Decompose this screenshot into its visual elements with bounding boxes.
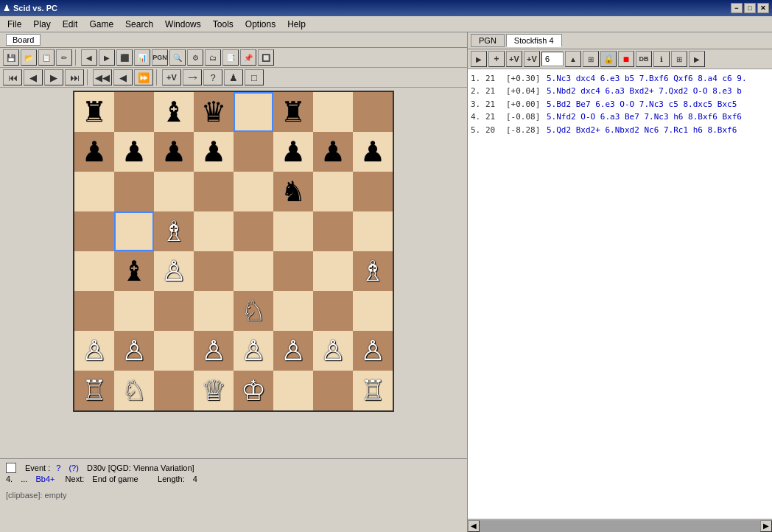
info-button[interactable]: ℹ	[653, 51, 670, 67]
depth-up-button[interactable]: ▲	[565, 51, 581, 67]
plus-v-analysis-button[interactable]: +V	[506, 51, 522, 67]
square[interactable]: ♗	[154, 211, 194, 251]
scroll-right-button[interactable]: ▶	[760, 520, 772, 532]
square[interactable]: ♟	[313, 132, 353, 172]
square[interactable]: ♙	[194, 331, 234, 371]
square[interactable]: ♟	[74, 132, 114, 172]
extra-button[interactable]: ⊞	[671, 51, 687, 67]
back-button[interactable]: ◀	[113, 69, 133, 85]
folders-button[interactable]: 🗂	[205, 49, 221, 66]
square[interactable]: ♙	[234, 331, 273, 371]
square[interactable]: ♝	[154, 92, 194, 132]
menu-search[interactable]: Search	[119, 18, 159, 31]
square[interactable]: ♟	[194, 132, 234, 172]
square[interactable]	[74, 251, 114, 291]
analysis-line[interactable]: 1.21[+0.30]5.Nc3 dxc4 6.e3 b5 7.Bxf6 Qxf…	[471, 72, 769, 85]
piece-button[interactable]: ♟	[224, 69, 243, 85]
square[interactable]	[114, 92, 154, 132]
square[interactable]: ♟	[154, 132, 194, 172]
arrow-button[interactable]: 🡒	[183, 69, 202, 85]
menu-play[interactable]: Play	[27, 18, 56, 31]
hash-button[interactable]: ⊞	[583, 51, 599, 67]
square[interactable]	[353, 92, 393, 132]
scroll-track[interactable]	[480, 520, 760, 532]
square[interactable]	[234, 211, 273, 251]
square[interactable]	[313, 371, 353, 410]
square[interactable]	[313, 211, 353, 251]
square[interactable]	[234, 172, 273, 211]
square[interactable]	[273, 211, 313, 251]
square[interactable]: ♘	[114, 371, 154, 410]
square[interactable]: ♖	[353, 371, 393, 410]
square[interactable]	[74, 211, 114, 251]
square[interactable]: ♙	[74, 331, 114, 371]
square[interactable]	[194, 172, 234, 211]
tab-stockfish[interactable]: Stockfish 4	[506, 34, 562, 47]
square[interactable]: ♙	[114, 331, 154, 371]
menu-edit[interactable]: Edit	[57, 18, 84, 31]
menu-game[interactable]: Game	[83, 18, 119, 31]
square[interactable]	[194, 211, 234, 251]
minimize-button[interactable]: −	[731, 3, 743, 13]
square[interactable]: ♜	[273, 92, 313, 132]
square[interactable]: ♗	[353, 251, 393, 291]
square[interactable]	[74, 291, 114, 331]
next-move-button[interactable]: ▶	[44, 69, 63, 85]
square[interactable]	[353, 172, 393, 211]
square[interactable]: ♔	[234, 371, 273, 410]
square[interactable]	[114, 172, 154, 211]
stop-button[interactable]: ■	[618, 51, 634, 67]
square[interactable]: ♙	[273, 331, 313, 371]
square[interactable]	[154, 291, 194, 331]
analysis-line[interactable]: 4.21[-0.08]5.Nfd2 O-O 6.a3 Be7 7.Nc3 h6 …	[471, 111, 769, 123]
pgn-button[interactable]: PGN	[152, 49, 168, 66]
square[interactable]	[234, 92, 273, 132]
question-button[interactable]: ?	[203, 69, 222, 85]
square[interactable]	[74, 172, 114, 211]
square[interactable]	[313, 291, 353, 331]
square[interactable]	[353, 211, 393, 251]
add-line-button[interactable]: +	[488, 51, 505, 67]
chart-button[interactable]: 📊	[134, 49, 150, 66]
square[interactable]: ♝	[114, 251, 154, 291]
empty-button[interactable]: □	[245, 69, 264, 85]
square[interactable]: ♙	[154, 251, 194, 291]
square[interactable]	[353, 291, 393, 331]
square[interactable]: ♙	[353, 331, 393, 371]
play-analysis-button[interactable]: ▶	[471, 51, 487, 67]
square[interactable]: ♕	[194, 371, 234, 410]
square[interactable]	[114, 291, 154, 331]
square[interactable]: ♘	[234, 291, 273, 331]
open-button[interactable]: 📂	[21, 49, 37, 66]
back-var-button[interactable]: ◀◀	[93, 69, 112, 85]
prev-move-button[interactable]: ◀	[24, 69, 43, 85]
square[interactable]: ♙	[313, 331, 353, 371]
search-db-button[interactable]: 🔍	[169, 49, 186, 66]
menu-help[interactable]: Help	[281, 18, 312, 31]
plus-vv-button[interactable]: +V	[524, 51, 540, 67]
pin-button[interactable]: 📌	[240, 49, 256, 66]
square[interactable]	[313, 92, 353, 132]
forward-arrow-button[interactable]: ▶	[689, 51, 705, 67]
pages-button[interactable]: 📑	[222, 49, 239, 66]
square[interactable]	[313, 251, 353, 291]
small-checkbox[interactable]	[6, 463, 16, 473]
edit-button[interactable]: ✏	[56, 49, 72, 66]
grid-button[interactable]: 🔲	[258, 49, 274, 66]
analysis-line[interactable]: 2.21[+0.04]5.Nbd2 dxc4 6.a3 Bxd2+ 7.Qxd2…	[471, 85, 769, 97]
tab-pgn[interactable]: PGN	[471, 34, 505, 47]
menu-file[interactable]: File	[1, 18, 27, 31]
square[interactable]	[194, 251, 234, 291]
lock-button[interactable]: 🔒	[600, 51, 617, 67]
prev-button[interactable]: ◀	[81, 49, 97, 66]
square[interactable]	[154, 371, 194, 410]
paste-button[interactable]: 📋	[38, 49, 55, 66]
scroll-left-button[interactable]: ◀	[468, 520, 480, 532]
square[interactable]	[154, 172, 194, 211]
square[interactable]	[114, 211, 154, 251]
maximize-button[interactable]: □	[744, 3, 756, 13]
db-button[interactable]: DB	[636, 51, 652, 67]
chess-board[interactable]: ♜♝♛♜♟♟♟♟♟♟♟♞♗♝♙♗♘♙♙♙♙♙♙♙♖♘♕♔♖	[73, 91, 394, 412]
square[interactable]	[273, 371, 313, 410]
square[interactable]	[194, 291, 234, 331]
